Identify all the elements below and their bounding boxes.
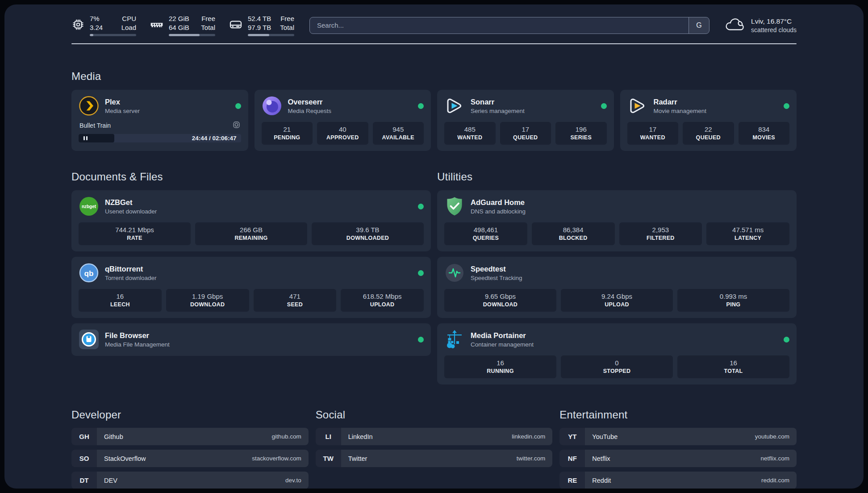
- app-card-qbittorrent[interactable]: qb qBittorrent Torrent downloader 16LEEC…: [71, 257, 431, 318]
- bookmark-group-entertainment: Entertainment YT YouTubeyoutube.com NF N…: [559, 409, 797, 489]
- app-description: Media Requests: [288, 108, 332, 114]
- bookmark-youtube[interactable]: YT YouTubeyoutube.com: [559, 428, 797, 445]
- overseerr-icon: [262, 96, 282, 116]
- bookmark-name: StackOverflow: [104, 455, 146, 462]
- stat-tile: 16LEECH: [79, 289, 162, 312]
- disk-widget: 52.4 TB97.9 TB FreeTotal: [229, 14, 294, 36]
- memory-widget: 22 GiB64 GiB FreeTotal: [150, 14, 215, 36]
- bookmark-abbr: NF: [559, 450, 585, 467]
- bookmark-dev[interactable]: DT DEVdev.to: [71, 472, 309, 489]
- app-card-speedtest[interactable]: Speedtest Speedtest Tracking 9.65 GbpsDO…: [437, 257, 797, 318]
- app-card-filebrowser[interactable]: File Browser Media File Management: [71, 323, 431, 356]
- app-description: Media File Management: [105, 341, 170, 348]
- bookmark-netflix[interactable]: NF Netflixnetflix.com: [559, 450, 797, 467]
- app-card-nzbget[interactable]: nzbget NZBGet Usenet downloader 744.21 M…: [71, 190, 431, 251]
- bookmark-stackoverflow[interactable]: SO StackOverflowstackoverflow.com: [71, 450, 309, 467]
- stat-tile: 22QUEUED: [683, 122, 734, 145]
- cpu-values: 7%3.24: [90, 14, 103, 32]
- stat-tile: 39.6 TBDOWNLOADED: [312, 222, 424, 245]
- app-description: Container management: [471, 341, 534, 348]
- bookmark-twitter[interactable]: TW Twittertwitter.com: [316, 450, 553, 467]
- adguard-icon: [444, 196, 465, 217]
- bookmark-abbr: GH: [71, 428, 97, 445]
- now-playing-title: Bullet Train: [79, 122, 111, 129]
- status-dot: [418, 337, 424, 343]
- bookmark-github[interactable]: GH Githubgithub.com: [71, 428, 309, 445]
- app-name: File Browser: [105, 331, 170, 340]
- bookmark-url: dev.to: [285, 477, 301, 484]
- status-dot: [784, 337, 789, 343]
- svg-text:qb: qb: [84, 269, 94, 278]
- stat-tile: 9.24 GbpsUPLOAD: [561, 289, 673, 312]
- bookmark-name: DEV: [104, 477, 117, 484]
- app-description: Speedtest Tracking: [471, 275, 522, 281]
- section-title-entertainment: Entertainment: [559, 409, 797, 421]
- bookmark-name: LinkedIn: [348, 433, 373, 440]
- weather-location-temp: Lviv, 16.87°C: [751, 17, 797, 25]
- stat-tile: 86,384BLOCKED: [532, 222, 615, 245]
- stat-tile: 0STOPPED: [561, 355, 673, 378]
- section-title-media: Media: [71, 70, 797, 83]
- app-card-portainer[interactable]: Media Portainer Container management 16R…: [437, 323, 797, 384]
- app-name: Media Portainer: [471, 331, 534, 340]
- search-input[interactable]: [310, 17, 689, 33]
- bookmark-url: github.com: [272, 433, 301, 440]
- app-description: Series management: [471, 108, 525, 114]
- app-description: Movie management: [654, 108, 707, 114]
- stat-tile: 2,953FILTERED: [619, 222, 702, 245]
- bookmark-name: Twitter: [348, 455, 367, 462]
- status-dot: [418, 204, 424, 209]
- now-playing-progress[interactable]: 24:44 / 02:06:47: [79, 134, 241, 142]
- speedtest-icon: [444, 263, 465, 283]
- bookmark-abbr: DT: [71, 472, 97, 489]
- app-card-radarr[interactable]: Radarr Movie management 17WANTED 22QUEUE…: [620, 90, 797, 151]
- stat-tile: 834MOVIES: [739, 122, 790, 145]
- stat-tile: 498,461QUERIES: [444, 222, 527, 245]
- app-description: DNS and adblocking: [471, 208, 526, 215]
- app-name: Plex: [105, 98, 140, 106]
- filebrowser-icon: [79, 329, 99, 350]
- stat-tile: 744.21 MbpsRATE: [79, 222, 191, 245]
- bookmark-reddit[interactable]: RE Redditreddit.com: [559, 472, 797, 489]
- bookmark-linkedin[interactable]: LI LinkedInlinkedin.com: [316, 428, 553, 445]
- plex-icon: [79, 96, 99, 116]
- stat-tile: 21PENDING: [262, 122, 313, 145]
- app-card-adguard[interactable]: AdGuard Home DNS and adblocking 498,461Q…: [437, 190, 797, 251]
- app-description: Usenet downloader: [105, 208, 157, 215]
- cpu-icon: [71, 18, 85, 33]
- bookmark-abbr: LI: [316, 428, 341, 445]
- stat-tile: 40APPROVED: [317, 122, 368, 145]
- header-divider: [71, 43, 797, 44]
- svg-text:nzbget: nzbget: [82, 204, 96, 209]
- disk-labels: FreeTotal: [280, 14, 294, 32]
- app-name: Sonarr: [471, 98, 525, 106]
- radarr-icon: [627, 96, 648, 116]
- stat-tile: 17WANTED: [627, 122, 679, 145]
- stat-tile: 16TOTAL: [677, 355, 789, 378]
- search-provider-button[interactable]: G: [689, 17, 709, 33]
- weather-condition: scattered clouds: [751, 26, 797, 33]
- stat-tile: 618.52 MbpsUPLOAD: [341, 289, 424, 312]
- bookmark-url: stackoverflow.com: [252, 455, 301, 462]
- bookmark-abbr: RE: [559, 472, 585, 489]
- bookmark-abbr: YT: [559, 428, 585, 445]
- bookmark-url: twitter.com: [517, 455, 546, 462]
- display-icon: [233, 121, 240, 130]
- stat-tile: 17QUEUED: [500, 122, 551, 145]
- status-dot: [601, 103, 607, 109]
- stat-tile: 196SERIES: [555, 122, 607, 145]
- cpu-labels: CPULoad: [121, 14, 136, 32]
- stat-tile: 471SEED: [254, 289, 337, 312]
- app-card-overseerr[interactable]: Overseerr Media Requests 21PENDING 40APP…: [255, 90, 431, 151]
- app-card-plex[interactable]: Plex Media server Bullet Train 24:44: [71, 90, 248, 151]
- search-bar: G: [309, 17, 709, 34]
- cpu-widget: 7%3.24 CPULoad: [71, 14, 136, 36]
- status-dot: [235, 103, 241, 109]
- bookmark-url: youtube.com: [755, 433, 789, 440]
- status-dot: [418, 103, 424, 109]
- app-card-sonarr[interactable]: Sonarr Series management 485WANTED 17QUE…: [437, 90, 614, 151]
- stat-tile: 0.993 msPING: [677, 289, 789, 312]
- cpu-progress-bar: [90, 34, 136, 36]
- bookmark-name: Github: [104, 433, 123, 440]
- pause-icon[interactable]: [79, 134, 114, 142]
